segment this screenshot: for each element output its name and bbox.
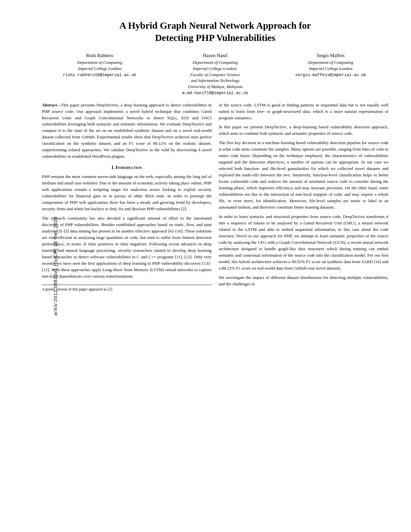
abstract-label: Abstract— [42, 103, 61, 107]
right-para-2: In this paper we present DeepTective, a … [219, 124, 389, 137]
abstract-text: Abstract—This paper presents DeepTective… [42, 102, 212, 160]
author-email-3: sergio.maffeis@imperial.ac.uk [276, 73, 385, 77]
main-content: Abstract—This paper presents DeepTective… [42, 102, 388, 292]
author-col-3: Sergio Maffeis Department of ComputingIm… [273, 53, 388, 95]
author-col-1: Rishi Rabheru Department of ComputingImp… [42, 53, 157, 95]
author-email-2: m.md-hanif19@imperial.ac.uk [161, 91, 269, 95]
right-para-5: We investigate the impact of different d… [219, 274, 389, 287]
intro-para-1: PHP remains the most common server-side … [42, 173, 212, 212]
authors-row: Rishi Rabheru Department of ComputingImp… [42, 53, 388, 95]
right-para-4: In order to learn syntactic and structur… [219, 213, 389, 271]
right-para-3: The first key decision in a machine lear… [219, 140, 389, 211]
author-affil-1: Department of ComputingImperial College … [45, 60, 154, 72]
right-column: of the source code. LSTM is good at find… [219, 102, 389, 292]
footnote: A poster version of this paper appeared … [42, 285, 212, 292]
author-affil-3: Department of ComputingImperial College … [276, 60, 385, 72]
author-name-3: Sergio Maffeis [276, 53, 385, 58]
right-para-1: of the source code. LSTM is good at find… [219, 102, 389, 121]
author-email-1: rishi.rabheru16@imperial.ac.uk [45, 73, 154, 77]
intro-section-title: I. Introduction [42, 164, 212, 171]
author-name-1: Rishi Rabheru [45, 53, 154, 58]
author-name-2: Hazim Hanif [161, 53, 269, 58]
paper-title: A Hybrid Graph Neural Network Approach f… [42, 19, 388, 44]
author-affil-2: Department of ComputingImperial College … [161, 60, 269, 90]
intro-para-2: The research community has also devoted … [42, 215, 212, 280]
arxiv-watermark: arXiv:2012.08835v1 [cs.CR] 16 Dec 2020 [53, 216, 58, 316]
author-col-2: Hazim Hanif Department of ComputingImper… [157, 53, 273, 95]
abstract-block: Abstract—This paper presents DeepTective… [42, 102, 212, 160]
left-column: Abstract—This paper presents DeepTective… [42, 102, 212, 292]
